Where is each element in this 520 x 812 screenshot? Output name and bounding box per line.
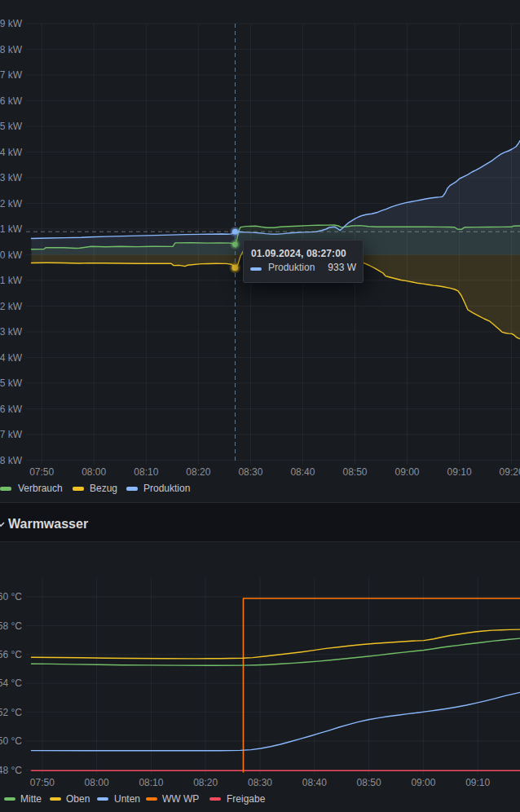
svg-text:08:40: 08:40 [290,466,315,478]
svg-text:52 °C: 52 °C [0,707,22,718]
svg-text:58 °C: 58 °C [0,620,22,632]
svg-text:09:10: 09:10 [465,777,490,788]
svg-text:08:10: 08:10 [139,777,163,788]
svg-text:-8 kW: -8 kW [0,455,23,466]
svg-text:-2 kW: -2 kW [0,301,23,312]
svg-text:5 kW: 5 kW [0,121,23,132]
svg-text:07:50: 07:50 [29,466,54,478]
svg-text:08:00: 08:00 [85,777,109,788]
svg-text:08:30: 08:30 [238,466,262,478]
svg-text:08:20: 08:20 [186,466,210,478]
svg-text:48 °C: 48 °C [0,765,22,776]
svg-text:08:00: 08:00 [82,466,106,478]
svg-text:4 kW: 4 kW [0,147,23,158]
svg-text:07:50: 07:50 [30,777,55,788]
svg-text:3 kW: 3 kW [0,172,23,183]
svg-text:08:40: 08:40 [302,777,327,788]
svg-text:08:50: 08:50 [357,777,381,788]
svg-text:09:00: 09:00 [394,466,419,478]
svg-text:-5 kW: -5 kW [0,377,23,389]
svg-text:-4 kW: -4 kW [0,352,23,364]
svg-text:1 kW: 1 kW [0,223,23,235]
svg-text:6 kW: 6 kW [0,95,23,107]
svg-text:50 °C: 50 °C [0,735,22,747]
svg-text:08:30: 08:30 [248,777,272,788]
svg-text:2 kW: 2 kW [0,198,23,210]
svg-text:08:20: 08:20 [193,777,218,788]
svg-text:56 °C: 56 °C [0,649,22,660]
svg-text:9 kW: 9 kW [0,18,23,29]
svg-text:60 °C: 60 °C [0,591,22,602]
svg-text:-6 kW: -6 kW [0,404,23,415]
svg-text:-3 kW: -3 kW [0,326,23,338]
svg-text:09:10: 09:10 [447,466,472,478]
svg-text:-7 kW: -7 kW [0,429,23,440]
svg-text:08:50: 08:50 [342,466,367,478]
svg-text:54 °C: 54 °C [0,677,22,689]
svg-text:0 kW: 0 kW [0,249,23,261]
svg-text:8 kW: 8 kW [0,44,23,55]
svg-text:-1 kW: -1 kW [0,275,23,286]
svg-text:7 kW: 7 kW [0,69,23,81]
svg-text:09:00: 09:00 [411,777,435,788]
svg-text:09:20: 09:20 [500,466,520,478]
svg-text:08:10: 08:10 [134,466,158,478]
